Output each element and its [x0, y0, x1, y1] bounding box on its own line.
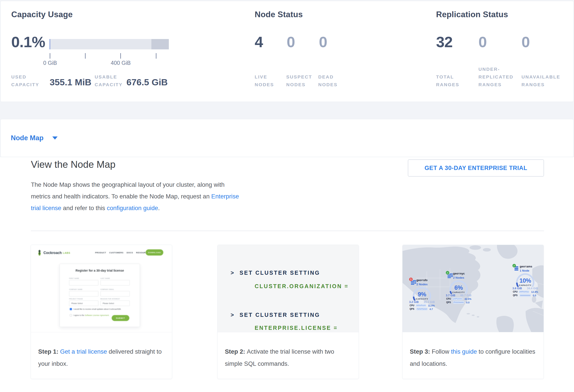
dead-nodes-count: 0 — [319, 33, 327, 51]
capacity-bar — [50, 39, 169, 49]
suspect-nodes-count: 0 — [287, 33, 295, 51]
inline-link[interactable]: Get a trial license — [60, 348, 107, 355]
step3-card: 1 geo=sfo 2 Nodes 9% CAPACITY 3.2 GiB 35… — [402, 245, 544, 379]
capacity-bar-other-segment — [151, 39, 169, 49]
used-capacity-label: USED CAPACITY — [11, 73, 39, 88]
step1-caption: Step 1: Get a trial license delivered st… — [31, 332, 172, 370]
page-title: View the Node Map — [31, 159, 115, 170]
view-mode-selected-value[interactable]: Node Map — [11, 134, 43, 142]
mini-nav-docs: DOCS — [127, 252, 133, 254]
live-nodes-count: 4 — [255, 33, 263, 51]
capacity-axis-tick — [120, 53, 121, 59]
mini-input-first-name — [69, 280, 99, 285]
healthy-node-badge: ✓ — [512, 264, 516, 267]
mini-label-company-name: COMPANY NAME — [69, 289, 99, 290]
unavailable-count: 0 — [521, 33, 530, 51]
capacity-axis-label-400: 400 GiB — [111, 60, 131, 66]
cockroach-bug-icon — [37, 250, 42, 256]
step2-sql-snippet: >SET CLUSTER SETTING CLUSTER.ORGANIZATIO… — [218, 245, 359, 332]
mini-label-company-email: COMPANY EMAIL — [101, 289, 130, 290]
dead-node-badge: 1 — [409, 278, 413, 281]
sql-prompt: > — [231, 270, 235, 276]
capacity-axis-tick — [85, 53, 86, 59]
step2-card: >SET CLUSTER SETTING CLUSTER.ORGANIZATIO… — [217, 245, 359, 379]
mini-select-reason: Please Select — [101, 300, 130, 306]
step1-screenshot-image: Cockroach LABS PRODUCT CUSTOMERS DOCS RE… — [31, 245, 172, 332]
sql-prompt: > — [231, 312, 235, 318]
used-capacity-value: 355.1 MiB — [50, 77, 91, 88]
mini-nav-customers: CUSTOMERS — [109, 252, 123, 254]
mini-label-last-name: LAST NAME — [101, 278, 130, 279]
capacity-bar-used-segment — [50, 39, 50, 49]
dead-nodes-label: DEAD NODES — [318, 73, 338, 88]
total-ranges-label: TOTAL RANGES — [436, 73, 459, 88]
mini-label-reason: REASON FOR INTEREST — [101, 298, 130, 300]
cpu-sparkline — [519, 290, 529, 293]
qps-sparkline — [416, 308, 428, 310]
capacity-usage-title: Capacity Usage — [11, 10, 73, 19]
under-replicated-count: 0 — [478, 33, 487, 51]
unavailable-label: UNAVAILABLE RANGES — [521, 73, 560, 88]
node-map-promo-section: View the Node Map The Node Map shows the… — [0, 157, 574, 392]
mini-input-last-name — [101, 280, 130, 285]
cpu-sparkline — [452, 298, 463, 300]
capacity-axis-tick — [50, 53, 50, 59]
view-mode-selector[interactable]: Node Map — [0, 119, 574, 157]
mini-checkbox-updates — [70, 308, 72, 310]
total-ranges-count: 32 — [436, 33, 453, 51]
replication-status-title: Replication Status — [436, 10, 508, 19]
cpu-sparkline — [416, 304, 426, 307]
capacity-axis-label-0: 0 GiB — [43, 60, 57, 66]
qps-sparkline — [519, 294, 531, 297]
step2-caption: Step 2: Activate the trial license with … — [218, 332, 359, 370]
section-divider — [31, 231, 544, 231]
cockroach-labs-logo: Cockroach LABS — [37, 250, 70, 256]
node-status-title: Node Status — [255, 10, 303, 19]
under-replicated-label: UNDER- REPLICATED RANGES — [478, 65, 513, 88]
cluster-summary-panel: Capacity Usage 0.1% 0 GiB 400 GiB USED C… — [0, 1, 574, 102]
suspect-nodes-label: SUSPECT NODES — [286, 73, 312, 88]
capacity-axis-tick — [156, 53, 156, 59]
mini-nav-product: PRODUCT — [95, 252, 106, 254]
mini-input-company-name — [69, 291, 99, 297]
healthy-node-badge: ✓ — [446, 271, 449, 275]
mini-trial-form: Register for a 30-day trial license FIRS… — [60, 264, 140, 327]
mini-select-project-phase: Please Select — [69, 300, 99, 306]
usable-capacity-label: USABLE CAPACITY — [95, 73, 123, 88]
inline-link[interactable]: this guide — [451, 348, 477, 355]
chevron-down-icon — [52, 136, 58, 140]
mini-input-company-email — [101, 291, 130, 297]
mini-label-project-phase: PROJECT PHASE — [69, 298, 99, 300]
step1-card: Cockroach LABS PRODUCT CUSTOMERS DOCS RE… — [31, 245, 172, 379]
mini-download-button: DOWNLOAD — [146, 249, 163, 256]
qps-sparkline — [453, 301, 464, 304]
usable-capacity-value: 676.5 GiB — [126, 77, 168, 88]
step3-caption: Step 3: Follow this guide to configure l… — [403, 332, 544, 370]
mini-label-first-name: FIRST NAME — [69, 278, 99, 279]
mini-submit-button: SUBMIT — [112, 315, 129, 321]
capacity-used-percent: 0.1% — [11, 33, 45, 51]
enterprise-trial-button[interactable]: GET A 30-DAY ENTERPRISE TRIAL — [408, 159, 544, 177]
inline-link[interactable]: configuration guide — [107, 205, 158, 211]
mini-checkbox-license — [70, 314, 72, 316]
live-nodes-label: LIVE NODES — [255, 73, 274, 88]
step3-node-map-image: 1 geo=sfo 2 Nodes 9% CAPACITY 3.2 GiB 35… — [403, 245, 544, 332]
intro-paragraph: The Node Map shows the geographical layo… — [31, 179, 244, 214]
